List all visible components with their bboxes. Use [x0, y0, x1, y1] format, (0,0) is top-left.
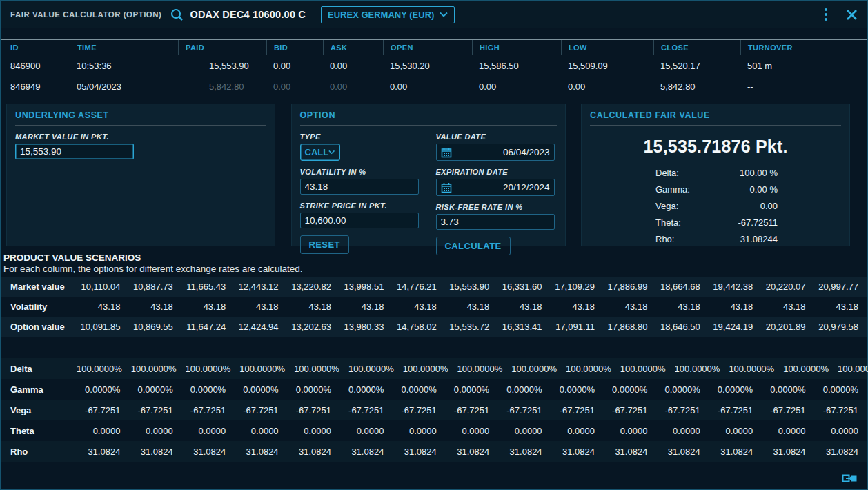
- scenario-cell: 100.0000%: [729, 364, 783, 374]
- scenario-cell: 20,201.89: [762, 322, 814, 332]
- scenario-cell: 0.0000: [446, 426, 498, 436]
- cell-id: 846949: [10, 81, 77, 92]
- calculate-button[interactable]: CALCULATE: [436, 237, 511, 255]
- cell-high: 15,586.50: [479, 61, 568, 71]
- scenario-cell: 10,869.55: [129, 322, 181, 332]
- column-header-high: HIGH: [472, 40, 568, 55]
- strike-price-input[interactable]: [300, 213, 419, 228]
- close-button[interactable]: [846, 9, 858, 21]
- scenario-cell: 100.0000%: [457, 364, 511, 374]
- scenario-cell: 0.0000%: [235, 384, 287, 395]
- scenario-cell: 0.0000%: [762, 384, 814, 395]
- scenario-cell: 13,220.82: [288, 282, 340, 292]
- column-header-id: ID: [10, 40, 77, 55]
- column-header-close: CLOSE: [653, 40, 747, 55]
- cell-ask: 0.00: [330, 61, 390, 71]
- scenario-cell: 0.0000%: [288, 384, 340, 395]
- option-type-select[interactable]: CALL: [300, 144, 340, 161]
- column-header-ask: ASK: [323, 40, 390, 55]
- scenario-cell: 43.18: [656, 302, 709, 312]
- risk-free-rate-label: RISK-FREE RATE IN %: [436, 203, 555, 211]
- menu-button[interactable]: [822, 6, 829, 23]
- volatility-label: VOLATILITY IN %: [300, 168, 419, 176]
- cell-time: 05/04/2023: [77, 81, 185, 92]
- scenario-cell: 13,202.63: [288, 322, 340, 332]
- scenario-cell: 0.0000: [762, 426, 814, 436]
- scenario-cell: 43.18: [129, 302, 181, 312]
- scenario-cell: 0.0000%: [656, 384, 709, 395]
- scenario-cell: 0.0000%: [393, 384, 445, 395]
- scenario-cell: 20,997.77: [815, 282, 867, 292]
- cell-low: 0.00: [568, 81, 660, 92]
- scenario-cell: 100.0000%: [239, 364, 294, 374]
- scenario-cell: 100.0000%: [131, 364, 186, 374]
- cell-bid: 0.00: [273, 81, 330, 92]
- scenario-cell: -67.7251: [288, 405, 340, 415]
- cell-paid: 15,553.90: [185, 61, 273, 71]
- cell-open: 0.00: [390, 81, 479, 92]
- search-button[interactable]: [170, 8, 184, 22]
- scenario-cell: 43.18: [762, 302, 814, 312]
- scenario-cell: 43.18: [551, 302, 604, 312]
- scenario-cell: 0.0000%: [604, 384, 656, 395]
- panel-title: OPTION: [300, 110, 557, 126]
- scenario-cell: 0.0000: [340, 426, 393, 436]
- scenario-cell: 100.0000%: [77, 364, 131, 374]
- scenario-cell: 31.0824: [288, 447, 340, 457]
- titlebar-actions: [822, 6, 858, 23]
- title-bar: FAIR VALUE CALCULATOR (OPTION) ODAX DEC4…: [1, 1, 867, 28]
- scenario-cell: 0.0000%: [551, 384, 604, 395]
- risk-free-rate-input[interactable]: [436, 214, 555, 230]
- product-value-scenarios: PRODUCT VALUE SCENARIOS For each column,…: [1, 253, 867, 462]
- calendar-icon: [441, 182, 452, 193]
- volatility-input[interactable]: [300, 179, 419, 195]
- scenario-cell: 18,646.50: [656, 322, 709, 332]
- greeks-summary: Delta: 100.00 % Gamma: 0.00 % Vega: 0.00…: [655, 168, 778, 251]
- option-type-value: CALL: [305, 147, 329, 157]
- cell-low: 15,509.09: [568, 61, 660, 71]
- exchange-select[interactable]: EUREX GERMANY (EUR): [321, 6, 455, 23]
- column-header-paid: PAID: [178, 40, 273, 55]
- scenario-cell: 0.0000%: [709, 384, 762, 395]
- scenario-cell: 11,647.24: [182, 322, 235, 332]
- scenario-cell: 19,424.19: [709, 322, 762, 332]
- greek-row-gamma: Gamma: 0.00 %: [655, 184, 778, 201]
- cell-close: 15,520.17: [660, 61, 747, 71]
- value-date-label: VALUE DATE: [436, 133, 555, 141]
- scenario-cell: 12,424.94: [235, 322, 287, 332]
- expiration-date-value: 20/12/2024: [503, 182, 550, 193]
- value-date-picker[interactable]: 06/04/2023: [436, 144, 555, 161]
- greek-row-theta: Theta: -67.72511: [655, 217, 778, 234]
- expiration-date-picker[interactable]: 20/12/2024: [436, 179, 555, 196]
- scenario-cell: -67.7251: [393, 405, 445, 415]
- reset-button[interactable]: RESET: [300, 235, 349, 254]
- scenario-cell: 100.0000%: [403, 364, 457, 374]
- cell-paid: 5,842.80: [185, 81, 273, 92]
- scenario-cell: 15,553.90: [446, 282, 498, 292]
- scenario-cell: 43.18: [77, 302, 129, 312]
- scenario-cell: 43.18: [815, 302, 867, 312]
- scenario-cell: -67.7251: [446, 405, 498, 415]
- scenario-cell: 31.0824: [498, 447, 551, 457]
- table-row[interactable]: 846949 05/04/2023 5,842.80 0.00 0.00 0.0…: [1, 76, 867, 97]
- scenario-cell: 10,887.73: [129, 282, 181, 292]
- search-icon: [170, 8, 184, 22]
- scenario-cell: 43.18: [340, 302, 393, 312]
- scenario-row-gamma: Gamma 0.0000%0.0000%0.0000%0.0000%0.0000…: [1, 379, 867, 400]
- scenario-cell: -67.7251: [340, 405, 393, 415]
- market-value-input[interactable]: [15, 144, 134, 159]
- scenario-cell: -67.7251: [77, 405, 129, 415]
- table-row[interactable]: 846900 10:53:36 15,553.90 0.00 0.00 15,5…: [1, 55, 867, 76]
- link-window-button[interactable]: [842, 473, 858, 483]
- cell-time: 10:53:36: [77, 61, 185, 71]
- quotes-header-row: ID TIME PAID BID ASK OPEN HIGH LOW CLOSE…: [1, 39, 867, 55]
- scenario-cell: -67.7251: [656, 405, 709, 415]
- scenario-cell: 31.0824: [446, 447, 498, 457]
- scenario-row-market-value: Market value 10,110.0410,887.7311,665.43…: [1, 277, 867, 297]
- cell-high: 0.00: [479, 81, 568, 92]
- cell-id: 846900: [10, 61, 77, 71]
- strike-price-label: STRIKE PRICE IN PKT.: [300, 202, 419, 210]
- scenario-cell: 100.0000%: [783, 364, 838, 374]
- scenario-cell: 100.0000%: [675, 364, 729, 374]
- scenario-cell: 0.0000%: [498, 384, 551, 395]
